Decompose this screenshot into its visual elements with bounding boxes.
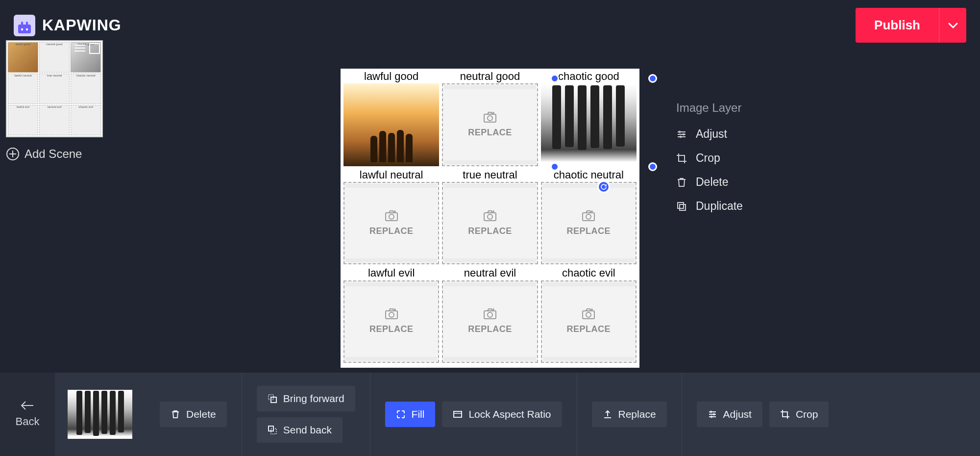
adjust-option[interactable]: Adjust (676, 127, 743, 141)
svg-rect-3 (21, 28, 23, 30)
replace-label: REPLACE (567, 324, 611, 334)
svg-rect-0 (18, 25, 31, 33)
alignment-grid: lawful good neutral good REPLACE chaotic… (343, 71, 637, 363)
svg-point-15 (389, 312, 394, 317)
crop-button[interactable]: Crop (769, 402, 829, 427)
send-back-button[interactable]: Send back (257, 417, 343, 443)
cell-placeholder[interactable]: REPLACE (442, 280, 538, 363)
svg-point-9 (389, 214, 394, 219)
svg-rect-2 (26, 22, 28, 26)
hamburger-icon (74, 44, 85, 54)
svg-rect-23 (678, 203, 684, 208)
cell-chaotic-good[interactable]: chaotic good (541, 71, 637, 166)
svg-point-11 (488, 214, 492, 219)
right-panel-title: Image Layer (676, 101, 743, 115)
cell-chaotic-evil[interactable]: chaotic evil REPLACE (541, 267, 637, 363)
delete-button[interactable]: Delete (160, 402, 227, 427)
bottom-toolbar: Back Delete Bring forward Send back Fill… (0, 373, 980, 456)
cell-placeholder[interactable]: REPLACE (343, 280, 439, 363)
cell-label: neutral evil (442, 267, 538, 279)
canvas[interactable]: lawful good neutral good REPLACE chaotic… (341, 69, 639, 368)
svg-point-7 (488, 116, 492, 121)
add-scene-label: Add Scene (24, 147, 82, 161)
back-button[interactable]: Back (0, 373, 55, 456)
cell-lawful-neutral[interactable]: lawful neutral REPLACE (343, 169, 439, 265)
sliders-icon (676, 129, 687, 140)
cell-lawful-evil[interactable]: lawful evil REPLACE (343, 267, 439, 363)
replace-label: REPLACE (468, 226, 512, 236)
cell-image[interactable] (343, 83, 439, 166)
publish-group: Publish (856, 8, 966, 43)
duplicate-icon (676, 201, 687, 212)
camera-icon (385, 210, 398, 223)
scenes-panel: lawful good neutral good chaotic good la… (6, 40, 109, 161)
upload-icon (603, 409, 612, 419)
cell-true-neutral[interactable]: true neutral REPLACE (442, 169, 538, 265)
replace-label: REPLACE (468, 324, 512, 334)
cell-label: lawful good (343, 71, 439, 82)
top-bar: KAPWING Publish (0, 0, 980, 48)
cell-label: true neutral (442, 169, 538, 181)
replace-label: REPLACE (369, 226, 414, 236)
replace-label: REPLACE (369, 324, 414, 334)
scene-thumbnail[interactable]: lawful good neutral good chaotic good la… (6, 40, 103, 137)
replace-button[interactable]: Replace (592, 402, 667, 427)
resize-handle-ne[interactable] (648, 74, 657, 83)
cell-label: chaotic evil (541, 267, 637, 279)
camera-icon (582, 210, 595, 223)
cell-label: neutral good (442, 71, 538, 82)
brand-name: KAPWING (42, 16, 122, 34)
svg-rect-1 (21, 22, 23, 26)
svg-point-17 (488, 312, 492, 317)
cell-label: chaotic neutral (541, 169, 637, 181)
camera-icon (484, 308, 496, 321)
cell-label: lawful neutral (343, 169, 439, 181)
publish-button[interactable]: Publish (856, 8, 939, 43)
cell-label: chaotic good (541, 71, 637, 82)
delete-option[interactable]: Delete (676, 176, 743, 189)
resize-handle-se[interactable] (648, 162, 657, 171)
svg-rect-4 (26, 28, 28, 30)
cell-placeholder[interactable]: REPLACE (442, 182, 538, 264)
add-scene-button[interactable]: Add Scene (6, 147, 109, 161)
camera-icon (582, 308, 595, 321)
cell-lawful-good[interactable]: lawful good (343, 71, 439, 166)
svg-rect-29 (454, 411, 462, 417)
frame-icon (89, 43, 100, 54)
cell-placeholder[interactable]: REPLACE (541, 182, 637, 264)
cell-label: lawful evil (343, 267, 439, 279)
cell-placeholder[interactable]: REPLACE (442, 83, 538, 166)
cell-neutral-good[interactable]: neutral good REPLACE (442, 71, 538, 166)
lock-aspect-button[interactable]: Lock Aspect Ratio (442, 402, 562, 427)
chevron-down-icon (948, 22, 958, 29)
camera-icon (484, 210, 496, 223)
camera-icon (385, 308, 398, 321)
svg-point-19 (586, 312, 591, 317)
svg-point-13 (586, 214, 591, 219)
arrow-left-icon (21, 401, 34, 410)
selected-layer-thumbnail[interactable] (68, 390, 132, 439)
fill-button[interactable]: Fill (385, 402, 436, 427)
cell-placeholder[interactable]: REPLACE (343, 182, 439, 264)
cell-neutral-evil[interactable]: neutral evil REPLACE (442, 267, 538, 363)
adjust-button[interactable]: Adjust (697, 402, 762, 427)
trash-icon (171, 409, 180, 419)
svg-rect-24 (680, 204, 686, 210)
replace-label: REPLACE (468, 127, 512, 138)
bring-forward-button[interactable]: Bring forward (257, 386, 355, 411)
duplicate-option[interactable]: Duplicate (676, 200, 743, 213)
replace-label: REPLACE (567, 226, 611, 236)
cell-placeholder[interactable]: REPLACE (541, 280, 637, 363)
brand: KAPWING (14, 15, 122, 36)
cell-image-selected[interactable] (541, 83, 637, 166)
crop-option[interactable]: Crop (676, 152, 743, 165)
sliders-icon (708, 409, 717, 419)
trash-icon (676, 177, 687, 188)
publish-dropdown-button[interactable] (939, 8, 966, 43)
plus-circle-icon (6, 147, 20, 161)
bring-forward-icon (268, 394, 277, 404)
crop-icon (676, 153, 687, 164)
brand-logo (14, 15, 35, 36)
cell-chaotic-neutral[interactable]: chaotic neutral REPLACE (541, 169, 637, 265)
send-back-icon (268, 425, 277, 435)
